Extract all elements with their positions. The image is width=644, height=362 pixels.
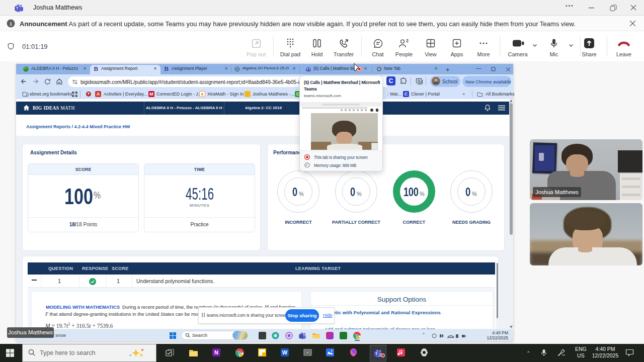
svg-text:T: T <box>16 6 19 11</box>
svg-text:i: i <box>10 21 12 27</box>
svg-text:T: T <box>375 351 378 356</box>
svg-text:2: 2 <box>406 38 409 43</box>
